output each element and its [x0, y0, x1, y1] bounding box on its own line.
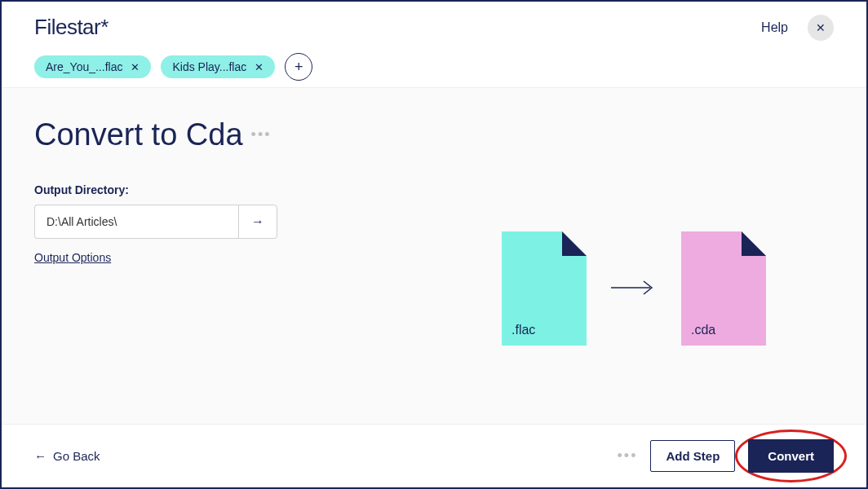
file-ext-source: .flac: [512, 323, 535, 337]
title-options-icon[interactable]: •••: [251, 126, 272, 143]
go-back-label: Go Back: [53, 449, 100, 463]
output-directory-input[interactable]: [34, 205, 238, 239]
file-chip-remove[interactable]: ✕: [131, 61, 140, 73]
output-options-link[interactable]: Output Options: [34, 251, 111, 264]
arrow-right-icon: →: [251, 214, 264, 229]
file-chip-remove[interactable]: ✕: [255, 61, 264, 73]
file-icon-source: .flac: [502, 231, 587, 346]
file-ext-target: .cda: [691, 323, 715, 337]
footer-options-icon[interactable]: •••: [618, 447, 638, 465]
conversion-graphic: .flac .cda: [434, 117, 834, 426]
file-chip-label: Are_You_...flac: [46, 60, 122, 73]
add-step-button[interactable]: Add Step: [650, 440, 735, 472]
file-chip[interactable]: Are_You_...flac ✕: [34, 55, 151, 78]
go-back-button[interactable]: ← Go Back: [34, 449, 100, 463]
add-file-button[interactable]: +: [285, 53, 312, 81]
browse-directory-button[interactable]: →: [238, 205, 277, 239]
page-title: Convert to Cda •••: [34, 117, 434, 152]
file-chip[interactable]: Kids Play...flac ✕: [161, 55, 275, 78]
file-chips-row: Are_You_...flac ✕ Kids Play...flac ✕ +: [34, 53, 312, 81]
output-directory-label: Output Directory:: [34, 183, 434, 196]
convert-button[interactable]: Convert: [748, 439, 834, 473]
page-title-text: Convert to Cda: [34, 117, 243, 152]
arrow-right-icon: [611, 275, 657, 302]
help-link[interactable]: Help: [761, 20, 788, 35]
arrow-left-icon: ←: [34, 449, 46, 463]
file-chip-label: Kids Play...flac: [172, 60, 246, 73]
file-icon-target: .cda: [681, 231, 766, 346]
app-logo: Filestar*: [34, 15, 312, 40]
close-button[interactable]: ✕: [808, 15, 834, 41]
close-icon: ✕: [816, 21, 826, 34]
